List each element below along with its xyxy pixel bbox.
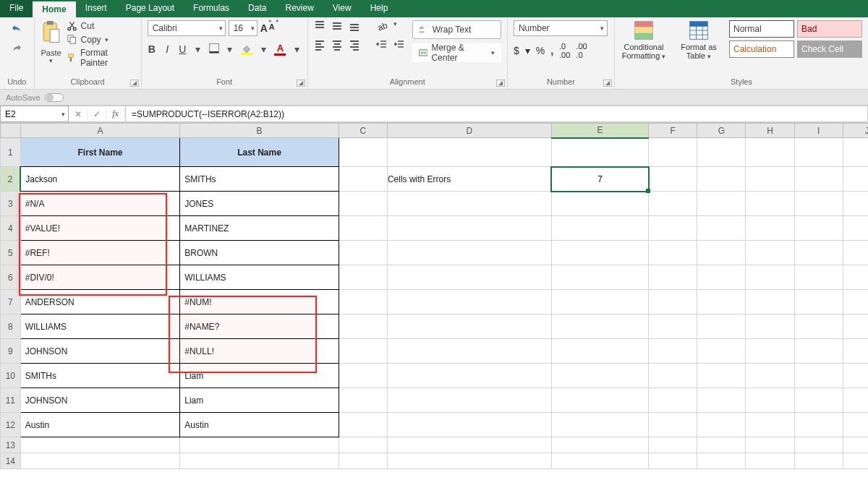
increase-indent-button[interactable] <box>393 39 405 53</box>
tab-formulas[interactable]: Formulas <box>184 0 239 17</box>
cell-E6[interactable] <box>551 265 648 290</box>
cell-E9[interactable] <box>551 339 648 364</box>
cell-D10[interactable] <box>387 364 551 388</box>
cell-E8[interactable] <box>551 314 648 339</box>
decrease-decimal-button[interactable]: .00.0 <box>576 42 587 59</box>
row-header-10[interactable]: 10 <box>1 364 21 388</box>
tab-review[interactable]: Review <box>276 0 323 17</box>
font-dialog-launcher-icon[interactable]: ◢ <box>297 80 305 87</box>
accounting-format-button[interactable]: $ <box>514 45 519 56</box>
cell-C11[interactable] <box>339 388 387 413</box>
decrease-font-button[interactable]: A˅ <box>269 22 275 34</box>
cell-B11[interactable]: Liam <box>180 388 339 413</box>
copy-button[interactable]: Copy▾ <box>67 34 135 45</box>
formula-input[interactable]: =SUMPRODUCT(--ISERROR(A2:B12)) <box>126 106 868 122</box>
orientation-dropdown-icon[interactable]: ▾ <box>393 20 397 34</box>
autosave-toggle[interactable] <box>45 93 64 102</box>
col-E[interactable]: E <box>551 124 648 138</box>
row-header-9[interactable]: 9 <box>1 339 21 364</box>
borders-dropdown-icon[interactable]: ▾ <box>226 43 234 55</box>
font-color-dropdown-icon[interactable]: ▾ <box>292 43 301 55</box>
cell-C12[interactable] <box>339 413 387 437</box>
merge-center-button[interactable]: Merge & Center▾ <box>412 43 501 62</box>
cell-E4[interactable] <box>551 216 648 241</box>
cell-D9[interactable] <box>387 339 551 364</box>
cell-C10[interactable] <box>339 364 387 388</box>
font-size-select[interactable]: 16▾ <box>229 20 258 36</box>
cell-B10[interactable]: Liam <box>180 364 339 388</box>
style-normal[interactable]: Normal <box>729 20 794 38</box>
cell-A8[interactable]: WILLIAMS <box>20 314 180 339</box>
underline-button[interactable]: U <box>178 43 187 55</box>
undo-button[interactable] <box>10 23 23 38</box>
conditional-formatting-button[interactable]: Conditional Formatting ▾ <box>621 20 667 60</box>
cell-B3[interactable]: JONES <box>180 192 339 216</box>
increase-font-button[interactable]: A˄ <box>260 22 268 34</box>
cancel-formula-icon[interactable]: ✕ <box>69 109 88 119</box>
cell-D2[interactable]: Cells with Errors <box>387 167 551 192</box>
cell-E10[interactable] <box>551 364 648 388</box>
row-header-4[interactable]: 4 <box>1 216 21 241</box>
accounting-dropdown-icon[interactable]: ▾ <box>525 45 530 56</box>
percent-format-button[interactable]: % <box>536 45 545 56</box>
cell-C8[interactable] <box>339 314 387 339</box>
cell-D3[interactable] <box>387 192 551 216</box>
cell-A10[interactable]: SMITHs <box>20 364 180 388</box>
cell-B6[interactable]: WILLIAMS <box>180 265 339 290</box>
cell-C9[interactable] <box>339 339 387 364</box>
cell-B9[interactable]: #NULL! <box>180 339 339 364</box>
enter-formula-icon[interactable]: ✓ <box>88 109 106 119</box>
cell-E5[interactable] <box>551 241 648 265</box>
align-middle-button[interactable] <box>331 20 343 34</box>
underline-dropdown-icon[interactable]: ▾ <box>194 43 203 55</box>
cell-C4[interactable] <box>339 216 387 241</box>
tab-insert[interactable]: Insert <box>76 0 116 17</box>
align-bottom-button[interactable] <box>349 20 360 34</box>
row-header-11[interactable]: 11 <box>1 388 21 413</box>
cut-button[interactable]: Cut <box>67 20 135 31</box>
tab-view[interactable]: View <box>323 0 361 17</box>
alignment-dialog-launcher-icon[interactable]: ◢ <box>496 80 505 87</box>
cell-A6[interactable]: #DIV/0! <box>20 265 180 290</box>
row-header-3[interactable]: 3 <box>1 192 21 216</box>
cell-D12[interactable] <box>387 413 551 437</box>
col-D[interactable]: D <box>387 124 551 138</box>
align-center-button[interactable] <box>331 39 343 53</box>
number-dialog-launcher-icon[interactable]: ◢ <box>603 80 612 87</box>
clipboard-dialog-launcher-icon[interactable]: ◢ <box>130 80 139 87</box>
bold-button[interactable]: B <box>148 43 156 55</box>
cell-E1[interactable] <box>551 138 648 167</box>
borders-button[interactable] <box>209 43 219 56</box>
cell-A3[interactable]: #N/A <box>20 192 180 216</box>
cell-C3[interactable] <box>339 192 387 216</box>
cell-B8[interactable]: #NAME? <box>180 314 339 339</box>
paste-dropdown-icon[interactable]: ▾ <box>49 57 53 64</box>
style-calculation[interactable]: Calculation <box>729 40 794 58</box>
style-bad[interactable]: Bad <box>797 20 862 38</box>
cell-C2[interactable] <box>339 167 387 192</box>
italic-button[interactable]: I <box>163 43 171 55</box>
number-format-select[interactable]: Number▾ <box>514 20 608 36</box>
cell-C5[interactable] <box>339 241 387 265</box>
row-header-1[interactable]: 1 <box>1 138 21 167</box>
col-F[interactable]: F <box>649 124 697 138</box>
cell-D4[interactable] <box>387 216 551 241</box>
col-A[interactable]: A <box>20 124 180 138</box>
tab-page-layout[interactable]: Page Layout <box>116 0 184 17</box>
cell-D6[interactable] <box>387 265 551 290</box>
col-B[interactable]: B <box>180 124 339 138</box>
cell-A9[interactable]: JOHNSON <box>20 339 180 364</box>
row-header-5[interactable]: 5 <box>1 241 21 265</box>
font-color-button[interactable]: A <box>274 43 286 56</box>
col-I[interactable]: I <box>794 124 843 138</box>
cell-E12[interactable] <box>551 413 648 437</box>
col-H[interactable]: H <box>746 124 794 138</box>
cell-A2[interactable]: Jackson <box>20 167 180 192</box>
cell-A7[interactable]: ANDERSON <box>20 290 180 314</box>
col-C[interactable]: C <box>339 124 387 138</box>
paste-button[interactable] <box>41 20 62 48</box>
align-right-button[interactable] <box>349 39 360 53</box>
orientation-button[interactable]: ab <box>376 20 388 34</box>
cell-B5[interactable]: BROWN <box>180 241 339 265</box>
cell-A12[interactable]: Austin <box>20 413 180 437</box>
